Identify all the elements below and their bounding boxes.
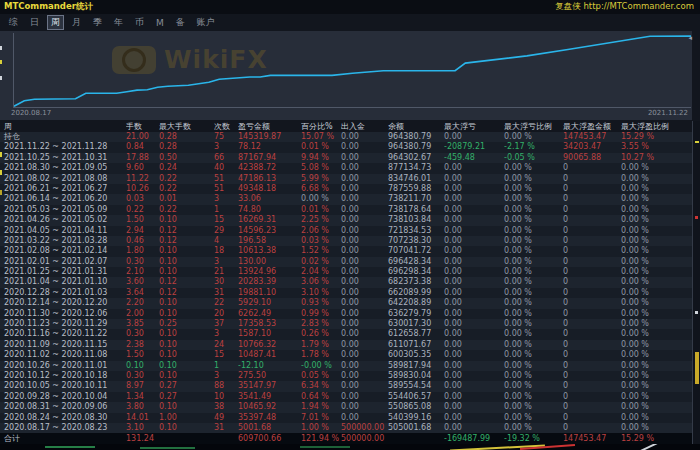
- cell-max_fl_pct: 0.00 %: [504, 423, 563, 433]
- table-row[interactable]: 2021.02.08 ~ 2021.02.141.800.101810613.3…: [0, 246, 692, 256]
- cell-max_fl_pct: 0.00 %: [504, 226, 563, 236]
- column-header[interactable]: 最大浮亏: [444, 121, 504, 132]
- chart-scroll-arrow-icon[interactable]: ◂: [688, 34, 692, 42]
- cell-max_float_loss: 0.00: [444, 361, 504, 371]
- table-row[interactable]: 2021.02.01 ~ 2021.02.070.300.103130.000.…: [0, 257, 692, 267]
- cell-max_float_profit: 0: [563, 236, 621, 246]
- cell-period: 2021.05.03 ~ 2021.05.09: [0, 205, 126, 215]
- scroll-mark: [695, 311, 698, 314]
- cell-pl: 10613.38: [238, 246, 301, 256]
- table-row[interactable]: 2020.11.23 ~ 2020.11.293.850.253717358.5…: [0, 319, 692, 329]
- table-row[interactable]: 2020.08.31 ~ 2020.09.063.800.103810465.9…: [0, 402, 692, 412]
- table-row[interactable]: 2020.11.09 ~ 2020.11.152.380.102410766.3…: [0, 340, 692, 350]
- column-header[interactable]: 百分比%: [301, 121, 341, 132]
- cell-max_float_profit: 147453.47: [563, 433, 621, 444]
- column-header[interactable]: 余额: [388, 121, 444, 132]
- total-row[interactable]: 合计131.24609700.66121.94 %500000.00-16948…: [0, 433, 692, 444]
- table-row[interactable]: 2020.10.26 ~ 2020.11.010.100.101-12.10-0…: [0, 361, 692, 371]
- cell-pct: 1.79 %: [301, 340, 341, 350]
- cell-pct: 6.34 %: [301, 381, 341, 391]
- scrollbar-thumb[interactable]: [695, 352, 699, 384]
- cell-balance: 707238.30: [388, 236, 444, 246]
- cell-pl: 5929.10: [238, 298, 301, 308]
- table-row[interactable]: 2021.05.03 ~ 2021.05.090.220.22174.800.0…: [0, 205, 692, 215]
- cell-count: 3: [214, 142, 238, 152]
- cell-max_fl_pct: 0.00 %: [504, 194, 563, 204]
- table-row[interactable]: 2021.04.26 ~ 2021.05.021.500.101516269.3…: [0, 215, 692, 225]
- cell-period: 2021.08.02 ~ 2021.08.08: [0, 174, 126, 184]
- cell-count: 1: [214, 205, 238, 215]
- table-row[interactable]: 2021.08.30 ~ 2021.09.059.600.244042388.7…: [0, 163, 692, 173]
- table-row[interactable]: 2021.06.21 ~ 2021.06.2710.260.225149348.…: [0, 184, 692, 194]
- scrollbar[interactable]: [692, 121, 700, 444]
- menu-item-账户[interactable]: 账户: [193, 15, 219, 30]
- table-row[interactable]: 2021.01.25 ~ 2021.01.312.100.102113924.9…: [0, 267, 692, 277]
- table-row[interactable]: 持仓21.000.2875145319.8715.07 %0.00964380.…: [0, 132, 692, 142]
- cell-pl: 78.12: [238, 142, 301, 152]
- cell-max_lots: 0.28: [159, 132, 214, 142]
- table-row[interactable]: 2020.11.02 ~ 2020.11.081.500.101510487.4…: [0, 350, 692, 360]
- menu-item-季[interactable]: 季: [89, 15, 106, 30]
- cell-count: 37: [214, 319, 238, 329]
- menu-item-日[interactable]: 日: [26, 15, 43, 30]
- column-header[interactable]: 次数: [214, 121, 238, 132]
- table-row[interactable]: 2020.08.24 ~ 2020.08.3014.011.004935397.…: [0, 413, 692, 423]
- table-row[interactable]: 2020.10.12 ~ 2020.10.180.300.103275.500.…: [0, 371, 692, 381]
- table-row[interactable]: 2020.11.30 ~ 2020.12.062.000.10206262.49…: [0, 309, 692, 319]
- cell-max_float_loss: 0.00: [444, 267, 504, 277]
- cell-max_fl_pct: -19.32 %: [504, 433, 563, 444]
- cell-max_float_profit: 0: [563, 371, 621, 381]
- edge-mark: [0, 152, 2, 157]
- scroll-mark: [695, 141, 699, 143]
- table-row[interactable]: 2021.08.02 ~ 2021.08.0811.220.225147186.…: [0, 174, 692, 184]
- cell-count: 88: [214, 381, 238, 391]
- column-header[interactable]: 最大浮盈比例: [621, 121, 692, 132]
- cell-max_fp_pct: 0.00 %: [621, 381, 692, 391]
- menu-item-月[interactable]: 月: [68, 15, 85, 30]
- table-row[interactable]: 2021.10.25 ~ 2021.10.3117.880.506687167.…: [0, 153, 692, 163]
- menu-item-币[interactable]: 币: [131, 15, 148, 30]
- table-row[interactable]: 2021.01.04 ~ 2021.01.103.600.123020283.3…: [0, 277, 692, 287]
- table-row[interactable]: 2020.08.17 ~ 2020.08.233.100.10315001.68…: [0, 423, 692, 433]
- cell-max_float_profit: 0: [563, 423, 621, 433]
- menu-item-备[interactable]: 备: [172, 15, 189, 30]
- table-row[interactable]: 2020.10.05 ~ 2020.10.118.970.278835147.9…: [0, 381, 692, 391]
- table-row[interactable]: 2021.11.22 ~ 2021.11.280.840.28378.120.0…: [0, 142, 692, 152]
- menu-item-周[interactable]: 周: [47, 15, 64, 30]
- table-row[interactable]: 2021.03.22 ~ 2021.03.280.460.124196.580.…: [0, 236, 692, 246]
- cell-pct: 1.94 %: [301, 402, 341, 412]
- column-header[interactable]: 出入金: [341, 121, 388, 132]
- column-header[interactable]: 最大浮盈金额: [563, 121, 621, 132]
- column-header[interactable]: 盈亏金额: [238, 121, 301, 132]
- cell-count: 30: [214, 277, 238, 287]
- cell-max_lots: 0.12: [159, 277, 214, 287]
- column-header[interactable]: 手数: [126, 121, 159, 132]
- column-header[interactable]: 最大浮亏比例: [504, 121, 563, 132]
- cell-balance: 787559.88: [388, 184, 444, 194]
- cell-pl: 87167.94: [238, 153, 301, 163]
- cell-count: 4: [214, 236, 238, 246]
- table-row[interactable]: 2021.04.05 ~ 2021.04.112.940.122914596.2…: [0, 226, 692, 236]
- cell-count: 3: [214, 371, 238, 381]
- cell-cashflow: 0.00: [341, 319, 388, 329]
- column-header[interactable]: 最大手数: [159, 121, 214, 132]
- table-row[interactable]: 2021.06.14 ~ 2021.06.200.030.01333.060.0…: [0, 194, 692, 204]
- cell-max_float_profit: 0: [563, 298, 621, 308]
- cell-count: 31: [214, 288, 238, 298]
- cell-cashflow: 0.00: [341, 392, 388, 402]
- cell-cashflow: 0.00: [341, 288, 388, 298]
- menu-item-综[interactable]: 综: [5, 15, 22, 30]
- table-row[interactable]: 2020.09.28 ~ 2020.10.041.340.27103541.49…: [0, 392, 692, 402]
- cell-lots: 2.20: [126, 298, 159, 308]
- cell-max_fp_pct: 0.00 %: [621, 423, 692, 433]
- cell-lots: 3.10: [126, 423, 159, 433]
- table-row[interactable]: 2020.12.28 ~ 2021.01.033.640.123119881.1…: [0, 288, 692, 298]
- cell-balance: 721834.53: [388, 226, 444, 236]
- column-header[interactable]: 周: [0, 121, 126, 132]
- menu-item-年[interactable]: 年: [110, 15, 127, 30]
- cell-pl: 5001.68: [238, 423, 301, 433]
- table-row[interactable]: 2020.12.14 ~ 2020.12.202.200.10225929.10…: [0, 298, 692, 308]
- table-row[interactable]: 2020.11.16 ~ 2020.11.220.300.1031587.100…: [0, 329, 692, 339]
- menu-item-M[interactable]: M: [152, 17, 168, 29]
- site-link[interactable]: 复盘侠 http://MTCommander.com: [555, 1, 700, 13]
